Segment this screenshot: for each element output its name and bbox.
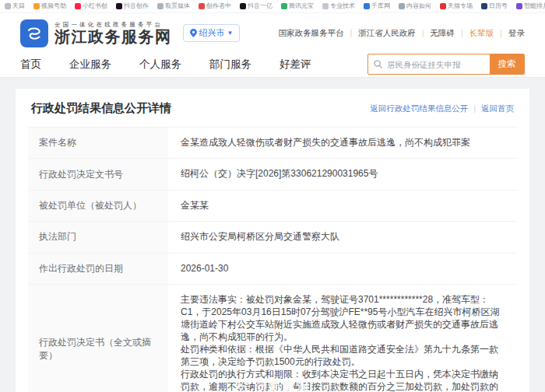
bookmark-label: 抖音一亿 — [248, 2, 272, 10]
field-row: 执法部门绍兴市公安局柯桥区分局交通警察大队 — [28, 222, 517, 253]
header-link[interactable]: 浙江省人民政府 — [344, 28, 416, 39]
bookmark-favicon-icon — [240, 3, 246, 9]
site-logo-icon — [20, 19, 48, 47]
field-value: 绍兴市公安局柯桥区分局交通警察大队 — [168, 222, 517, 252]
city-selector[interactable]: 绍兴市 ▼ — [183, 24, 241, 42]
bookmark-favicon-icon — [33, 3, 40, 9]
field-value: 金某造成致人轻微伤或者财产损失的交通事故后逃逸，尚不构成犯罪案 — [168, 128, 517, 158]
nav-item-personal-services[interactable]: 个人服务 — [139, 58, 181, 72]
site-brand: 全国一体化在线政务服务平台 浙江政务服务网 — [54, 21, 172, 46]
bookmark-label: 千库网 — [371, 2, 390, 10]
bookmark-item[interactable]: 取景媒体 — [157, 2, 190, 10]
bookmark-favicon-icon — [5, 3, 11, 9]
nav-item-enterprise-services[interactable]: 企业服务 — [69, 58, 111, 72]
nav-item-department-services[interactable]: 部门服务 — [209, 58, 251, 72]
bookmark-item[interactable]: 天猫专场 — [440, 2, 473, 10]
bookmark-item[interactable]: 专业技术 — [322, 2, 355, 10]
bookmark-item[interactable]: 视频号助 — [33, 2, 66, 10]
detail-table: 案件名称金某造成致人轻微伤或者财产损失的交通事故后逃逸，尚不构成犯罪案行政处罚决… — [28, 127, 517, 392]
bookmark-favicon-icon — [322, 3, 329, 9]
card-links: 返回行政处罚结果信息公开 返回首页 — [370, 103, 514, 114]
bookmark-label: 抖音创作 — [124, 2, 149, 10]
field-label: 案件名称 — [28, 128, 168, 158]
bookmark-label: 专业技术 — [330, 2, 355, 10]
search-button[interactable]: 搜索 — [490, 54, 524, 74]
field-row: 案件名称金某造成致人轻微伤或者财产损失的交通事故后逃逸，尚不构成犯罪案 — [28, 128, 517, 159]
bookmark-item[interactable]: 内容如何 — [399, 2, 431, 10]
bookmark-label: 日历号 — [489, 2, 508, 10]
decision-text: 主要违法事实：被处罚对象金某，驾驶证号3701************28，准驾… — [168, 285, 517, 392]
search-field-wrap — [368, 54, 490, 74]
back-to-list-link[interactable]: 返回行政处罚结果信息公开 — [370, 103, 468, 114]
detail-card: 行政处罚结果信息公开详情 返回行政处罚结果信息公开 返回首页 案件名称金某造成致… — [16, 89, 529, 392]
search-box: 搜索 — [367, 54, 525, 75]
bookmark-item[interactable]: 小红书创 — [75, 2, 107, 10]
chevron-down-icon: ▼ — [227, 30, 234, 37]
header-top-links: 国家政务服务平台浙江省人民政府无障碍长辈版登录 — [279, 28, 525, 39]
search-input[interactable] — [385, 59, 484, 70]
bookmark-label: 天猫专场 — [448, 2, 473, 10]
page-title: 行政处罚结果信息公开详情 — [31, 101, 171, 116]
decision-paragraph: 行政处罚的执行方式和期限：收到本决定书之日起十五日内，凭本决定书缴纳罚款，逾期不… — [181, 368, 505, 392]
site-header: 全国一体化在线政务服务平台 浙江政务服务网 绍兴市 ▼ 国家政务服务平台浙江省人… — [0, 13, 545, 51]
bookmark-favicon-icon — [481, 3, 487, 9]
field-row: 被处罚单位（被处罚人）金某某 — [28, 191, 517, 222]
primary-nav: 首页 企业服务 个人服务 部门服务 好差评 搜索 — [0, 51, 545, 78]
bookmark-item[interactable]: 千库网 — [364, 2, 390, 10]
field-value: 2026-01-30 — [168, 254, 517, 284]
bookmark-favicon-icon — [199, 3, 205, 9]
field-label: 执法部门 — [28, 222, 168, 252]
bookmark-label: 天目 — [12, 2, 25, 10]
bookmark-item[interactable]: 智能排片 — [516, 2, 545, 10]
bookmark-favicon-icon — [281, 3, 287, 9]
field-row: 行政处罚决定文书号绍柯公（交）决字[2026]第330621290031965号 — [28, 159, 517, 190]
bookmark-favicon-icon — [157, 3, 164, 9]
bookmark-label: 腾讯元宝 — [289, 2, 314, 10]
field-value: 金某某 — [168, 191, 517, 221]
bookmark-favicon-icon — [516, 3, 522, 9]
header-link[interactable]: 无障碍 — [416, 28, 455, 39]
field-row: 作出行政处罚的日期2026-01-30 — [28, 254, 517, 285]
bookmark-favicon-icon — [399, 3, 405, 9]
content-area: 行政处罚结果信息公开详情 返回行政处罚结果信息公开 返回首页 案件名称金某造成致… — [0, 78, 545, 392]
decision-row: 行政处罚决定书（全文或摘要） 主要违法事实：被处罚对象金某，驾驶证号3701**… — [28, 285, 517, 392]
bookmark-label: 视频号助 — [41, 2, 66, 10]
field-label: 被处罚单位（被处罚人） — [28, 191, 168, 221]
bookmark-label: 小红书创 — [83, 2, 107, 10]
bookmark-item[interactable]: 日历号 — [481, 2, 508, 10]
bookmark-label: 智能排片 — [524, 2, 545, 10]
nav-item-home[interactable]: 首页 — [20, 58, 41, 72]
bookmark-favicon-icon — [440, 3, 446, 9]
field-value: 绍柯公（交）决字[2026]第330621290031965号 — [168, 159, 517, 189]
bookmark-label: 取景媒体 — [165, 2, 190, 10]
bookmark-label: 创作者中 — [206, 2, 231, 10]
field-label: 作出行政处罚的日期 — [28, 254, 168, 284]
bookmark-item[interactable]: 抖音一亿 — [240, 2, 272, 10]
location-pin-icon — [190, 29, 197, 37]
header-link[interactable]: 长辈版 — [455, 28, 494, 39]
header-link[interactable]: 国家政务服务平台 — [279, 28, 344, 39]
field-label: 行政处罚决定文书号 — [28, 159, 168, 189]
site-name: 浙江政务服务网 — [54, 28, 172, 46]
search-icon — [374, 60, 382, 68]
decision-paragraph: 主要违法事实：被处罚对象金某，驾驶证号3701************28，准驾… — [181, 293, 505, 343]
card-head: 行政处罚结果信息公开详情 返回行政处罚结果信息公开 返回首页 — [16, 89, 529, 125]
city-label: 绍兴市 — [199, 27, 225, 39]
bookmark-item[interactable]: 天目 — [5, 2, 25, 10]
header-link[interactable]: 登录 — [494, 28, 525, 39]
bookmark-favicon-icon — [364, 3, 370, 9]
nav-item-rating[interactable]: 好差评 — [280, 58, 311, 72]
bookmark-item[interactable]: 创作者中 — [199, 2, 231, 10]
platform-caption: 全国一体化在线政务服务平台 — [54, 21, 172, 28]
bookmark-item[interactable]: 腾讯元宝 — [281, 2, 314, 10]
decision-paragraph: 处罚种类和依据：根据《中华人民共和国道路交通安全法》第九十九条第一款第三项，决定… — [181, 343, 505, 368]
bookmark-favicon-icon — [75, 3, 81, 9]
bookmark-item[interactable]: 抖音创作 — [116, 2, 149, 10]
bookmark-label: 内容如何 — [406, 2, 431, 10]
back-to-home-link[interactable]: 返回首页 — [468, 103, 514, 114]
bookmarks-bar: 天目视频号助小红书创抖音创作取景媒体创作者中抖音一亿腾讯元宝专业技术千库网内容如… — [0, 0, 545, 13]
bookmark-favicon-icon — [116, 3, 122, 9]
field-label: 行政处罚决定书（全文或摘要） — [28, 285, 168, 392]
